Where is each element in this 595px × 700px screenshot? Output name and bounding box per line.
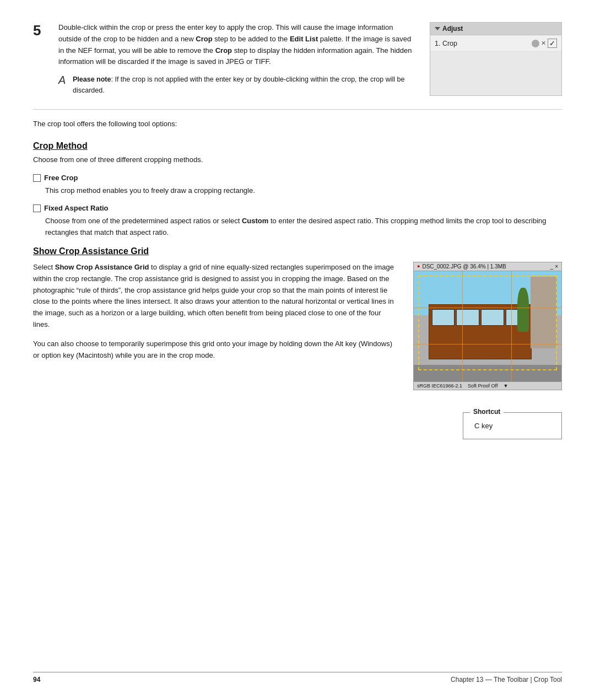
screenshot-image-area: [414, 271, 561, 381]
step-number: 5: [33, 22, 50, 96]
crop-icons: ✕ ✓: [532, 39, 557, 48]
page-number: 94: [33, 676, 40, 683]
tram-window-1: [432, 309, 455, 326]
crop-method-sub: Choose from one of three different cropp…: [33, 154, 562, 166]
step-5-content: 5 Double-click within the crop or press …: [33, 22, 413, 96]
tram-area: [414, 271, 561, 381]
circle-icon: [532, 40, 539, 47]
triangle-icon: [435, 27, 440, 30]
status-softproof: Soft Proof Off: [468, 383, 497, 389]
free-crop-checkbox: [33, 174, 41, 182]
note-letter: A: [58, 74, 68, 96]
page-content: 5 Double-click within the crop or press …: [0, 0, 595, 472]
tram-window-2: [456, 309, 479, 326]
step-5-section: 5 Double-click within the crop or press …: [33, 22, 562, 96]
tram-body: [429, 304, 532, 359]
note-text: Please note: If the crop is not applied …: [73, 74, 413, 96]
tree: [517, 288, 529, 332]
free-crop-label: Free Crop: [44, 174, 78, 182]
screenshot-title-left: ● DSC_0002.JPG @ 36.4% | 1.3MB: [417, 263, 506, 270]
crop-method-heading: Crop Method: [33, 141, 562, 151]
screenshot-title: DSC_0002.JPG @ 36.4% | 1.3MB: [422, 263, 506, 270]
step-5-paragraph: Double-click within the crop or press th…: [58, 22, 413, 68]
tram-window-3: [481, 309, 504, 326]
fixed-aspect-desc: Choose from one of the predetermined asp…: [45, 216, 562, 239]
intro-text: The crop tool offers the following tool …: [33, 119, 562, 130]
show-crop-section: Show Crop Assistance Grid Select Show Cr…: [33, 246, 562, 390]
fixed-aspect-label: Fixed Aspect Ratio: [44, 204, 109, 212]
crop-row: 1. Crop ✕ ✓: [430, 35, 561, 52]
status-dropdown[interactable]: ▼: [503, 383, 508, 389]
screenshot-title-controls: _ ×: [550, 263, 558, 270]
note-block: A Please note: If the crop is not applie…: [58, 74, 413, 96]
fixed-aspect-checkbox: [33, 204, 41, 212]
adjust-panel: Adjust 1. Crop ✕ ✓: [430, 22, 562, 96]
status-colorspace: sRGB IEC61966-2.1: [417, 383, 462, 389]
show-crop-right: ● DSC_0002.JPG @ 36.4% | 1.3MB _ ×: [413, 262, 562, 390]
close-icon[interactable]: ×: [555, 263, 558, 270]
check-icon: ✓: [548, 39, 557, 48]
fixed-aspect-item: Fixed Aspect Ratio: [33, 204, 562, 212]
shortcut-value: C key: [474, 422, 550, 430]
tram-window-row: [432, 309, 529, 326]
tram-street: [414, 365, 561, 381]
crop-label: 1. Crop: [435, 40, 457, 47]
free-crop-item: Free Crop: [33, 174, 562, 182]
building: [531, 277, 557, 348]
screenshot-titlebar: ● DSC_0002.JPG @ 36.4% | 1.3MB _ ×: [414, 262, 561, 271]
show-crop-left: Select Show Crop Assistance Grid to disp…: [33, 262, 397, 390]
shortcut-box: Shortcut C key: [463, 412, 562, 439]
minimize-icon[interactable]: _: [550, 263, 554, 270]
screenshot-statusbar: sRGB IEC61966-2.1 Soft Proof Off ▼: [414, 381, 561, 390]
show-crop-body: Select Show Crop Assistance Grid to disp…: [33, 262, 562, 390]
adjust-title: Adjust: [442, 25, 463, 33]
show-crop-para1: Select Show Crop Assistance Grid to disp…: [33, 262, 397, 331]
free-crop-desc: This crop method enables you to freely d…: [45, 185, 562, 197]
x-icon: ✕: [541, 40, 546, 47]
footer-chapter: Chapter 13 — The Toolbar | Crop Tool: [451, 676, 562, 683]
title-icon: ●: [417, 263, 420, 269]
shortcut-container: Shortcut C key: [33, 412, 562, 439]
show-crop-para2: You can also choose to temporarily super…: [33, 338, 397, 362]
screenshot-box: ● DSC_0002.JPG @ 36.4% | 1.3MB _ ×: [413, 262, 562, 390]
divider: [33, 109, 562, 110]
crop-method-section: Crop Method Choose from one of three dif…: [33, 141, 562, 239]
page-footer: 94 Chapter 13 — The Toolbar | Crop Tool: [33, 672, 562, 683]
adjust-header: Adjust: [430, 23, 561, 35]
shortcut-label: Shortcut: [470, 408, 504, 416]
show-crop-heading: Show Crop Assistance Grid: [33, 246, 562, 256]
